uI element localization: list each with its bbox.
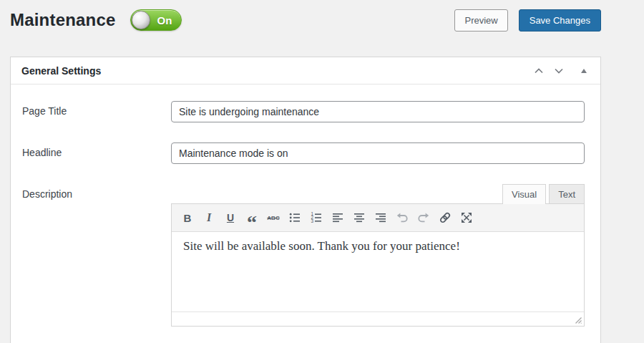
numbered-list-button[interactable]: 1 2 3 [306,208,326,228]
blockquote-button[interactable]: “ [242,208,262,228]
align-center-button[interactable] [349,208,369,228]
bulleted-list-icon [288,211,302,225]
chevron-down-icon [552,64,566,78]
general-settings-panel: General Settings [10,57,601,343]
editor-tabs: Visual Text [171,184,585,203]
panel-body: Page Title Headline Description Visual T… [11,84,600,339]
preview-button[interactable]: Preview [454,9,507,32]
strikethrough-button[interactable]: ABC [263,208,283,228]
align-left-icon [331,211,345,225]
align-right-icon [374,211,388,225]
toggle-state-label: On [157,14,172,26]
header-actions: Preview Save Changes [454,9,601,32]
move-up-button[interactable] [530,62,547,79]
link-icon [438,211,452,225]
editor-toolbar: B I U “ ABC [172,204,584,232]
bold-button[interactable]: B [177,208,197,228]
admin-page: Maintenance On Preview Save Changes Gene… [0,0,644,343]
svg-text:3: 3 [311,218,313,223]
numbered-list-icon: 1 2 3 [309,211,323,225]
headline-label: Headline [22,142,171,164]
save-changes-button[interactable]: Save Changes [519,9,601,32]
move-down-button[interactable] [550,62,567,79]
italic-button[interactable]: I [199,208,219,228]
page-title-label: Page Title [22,101,171,122]
panel-header[interactable]: General Settings [11,57,600,84]
maintenance-mode-toggle[interactable]: On [130,9,182,31]
align-center-icon [352,211,366,225]
page-title-row: Page Title [22,101,585,122]
tab-text[interactable]: Text [549,184,585,203]
fullscreen-icon [459,211,474,225]
description-text: Site will be available soon. Thank you f… [183,239,572,253]
insert-link-button[interactable] [435,208,455,228]
page-title-input[interactable] [171,101,585,122]
align-right-button[interactable] [371,208,391,228]
description-label: Description [22,184,171,327]
page-title: Maintenance [10,10,116,30]
align-left-button[interactable] [328,208,348,228]
underline-button[interactable]: U [220,208,240,228]
editor-statusbar [172,311,584,326]
editor-resize-handle[interactable] [573,315,582,324]
tab-visual[interactable]: Visual [502,184,546,204]
toggle-knob-icon [132,11,150,29]
chevron-up-icon [532,64,546,78]
redo-button[interactable] [414,208,434,228]
panel-handle-actions [530,62,590,79]
panel-title: General Settings [21,65,101,77]
bulleted-list-button[interactable] [285,208,305,228]
redo-icon [416,211,431,225]
undo-button[interactable] [392,208,412,228]
description-editor-content[interactable]: Site will be available soon. Thank you f… [172,232,584,311]
headline-row: Headline [22,142,585,164]
resize-grip-icon [573,315,582,324]
fullscreen-button[interactable] [457,208,477,228]
triangle-up-icon [579,66,589,76]
headline-input[interactable] [171,142,585,164]
undo-icon [395,211,409,225]
description-row: Description Visual Text B I U “ ABC [22,184,585,327]
wysiwyg-editor: B I U “ ABC [171,203,585,327]
collapse-toggle-button[interactable] [577,64,590,77]
top-bar: Maintenance On Preview Save Changes [0,0,644,34]
